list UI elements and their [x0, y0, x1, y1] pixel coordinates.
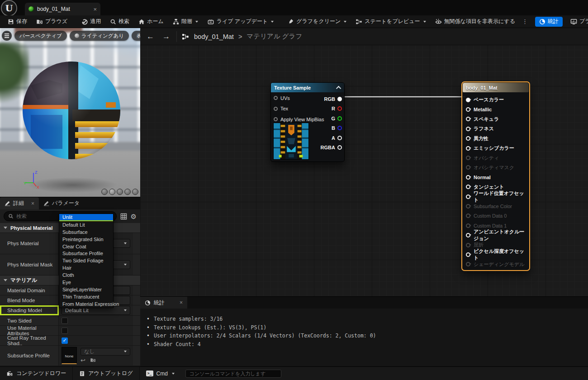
lit-mode-button[interactable]: ライティングあり — [70, 31, 129, 41]
stats-button[interactable]: 統計 — [535, 17, 563, 27]
cmd-selector[interactable]: >_ Cmd — [140, 367, 181, 380]
asset-tab[interactable]: body_01_Mat × — [25, 3, 100, 15]
texture-sample-node[interactable]: Texture Sample UVs Tex Apply View MipBia… — [270, 82, 345, 162]
platform-stats-button[interactable]: プラットフォームの統計 — [566, 16, 588, 27]
pin-g[interactable]: G — [321, 114, 342, 124]
preview-shape-plane[interactable] — [117, 189, 123, 195]
pin-base-color[interactable]: ベースカラー — [462, 95, 529, 104]
dropdown-item-singlelayerwater[interactable]: SingleLayerWater — [59, 286, 113, 293]
hierarchy-button[interactable]: 階層 — [169, 16, 202, 27]
input-pin-icon[interactable] — [466, 185, 470, 189]
save-button[interactable]: 保存 — [4, 16, 31, 27]
pin-b[interactable]: B — [321, 124, 342, 133]
dropdown-item-default-lit[interactable]: Default Lit — [59, 221, 113, 228]
texture-sample-header[interactable]: Texture Sample — [271, 83, 344, 92]
pin-rgb[interactable]: RGB — [321, 94, 342, 104]
pin-rgba[interactable]: RGBA — [321, 143, 342, 153]
input-pin-icon[interactable] — [274, 117, 278, 121]
material-preview-sphere[interactable] — [22, 61, 121, 160]
browse-button[interactable]: ブラウズ — [32, 16, 71, 27]
cast-ray-traced-checkbox[interactable]: ✓ — [62, 337, 68, 344]
content-drawer-button[interactable]: コンテンツドロワー — [0, 367, 73, 380]
input-pin-icon[interactable] — [466, 117, 470, 121]
pin-r[interactable]: R — [321, 104, 342, 114]
wire-rgb-to-basecolor[interactable] — [342, 96, 465, 97]
dropdown-item-preintegrated-skin[interactable]: Preintegrated Skin — [59, 236, 113, 243]
settings-gear-icon[interactable]: ⚙ — [131, 213, 137, 220]
pin-a[interactable]: A — [321, 133, 342, 143]
use-material-attributes-checkbox[interactable] — [62, 328, 68, 334]
output-pin-icon[interactable] — [337, 126, 342, 130]
hide-unrelated-button[interactable]: 無関係な項目を非表示にする — [431, 16, 519, 27]
input-pin-icon[interactable] — [466, 98, 470, 102]
output-pin-icon[interactable] — [337, 106, 342, 111]
output-log-button[interactable]: アウトプットログ — [73, 367, 139, 380]
dropdown-item-cloth[interactable]: Cloth — [59, 271, 113, 279]
output-pin-icon[interactable] — [337, 116, 342, 121]
collapse-node-icon[interactable] — [336, 86, 341, 90]
subsurface-profile-combobox[interactable]: なし — [81, 348, 130, 356]
pin-anisotropy[interactable]: 異方性 — [462, 134, 529, 143]
dropdown-item-clear-coat[interactable]: Clear Coat — [59, 243, 113, 250]
dropdown-item-subsurface[interactable]: Subsurface — [59, 228, 113, 236]
unreal-logo-icon[interactable]: U — [1, 0, 17, 16]
apply-button[interactable]: 適用 — [77, 16, 105, 27]
subsurface-profile-thumbnail[interactable]: None — [62, 347, 77, 364]
input-pin-icon[interactable] — [466, 127, 470, 131]
preview-state-button[interactable]: ステートをプレビュー — [351, 16, 430, 27]
pin-pixel-depth-offset[interactable]: ピクセル深度オフセット — [462, 250, 529, 259]
display-filter-icon[interactable] — [120, 213, 127, 220]
input-pin-icon[interactable] — [466, 136, 470, 141]
stats-tab[interactable]: 統計 × — [140, 297, 187, 309]
back-icon[interactable]: ← — [145, 32, 156, 41]
tab-details[interactable]: 詳細 × — [0, 197, 39, 209]
dropdown-item-hair[interactable]: Hair — [59, 264, 113, 271]
input-pin-icon[interactable] — [466, 175, 470, 180]
stats-tab-close-icon[interactable]: × — [180, 299, 183, 306]
pin-world-position-offset[interactable]: ワールド位置オフセット — [462, 192, 529, 201]
dropdown-item-from-material-expression[interactable]: From Material Expression — [59, 300, 113, 308]
breadcrumb-asset[interactable]: body_01_Mat — [194, 33, 234, 40]
live-update-button[interactable]: ライブ アップデート — [203, 16, 278, 27]
input-pin-icon[interactable] — [466, 146, 470, 151]
tab-close-icon[interactable]: × — [93, 6, 97, 13]
input-pin-icon[interactable] — [466, 107, 470, 112]
details-tab-close-icon[interactable]: × — [31, 200, 34, 207]
material-result-node[interactable]: body_01_Mat ベースカラー Metallic スペキュラ ラフネス 異… — [461, 81, 530, 271]
tab-parameters[interactable]: パラメータ — [39, 197, 84, 209]
preview-shape-cube[interactable] — [124, 189, 131, 195]
input-pin-icon[interactable] — [466, 195, 470, 199]
preview-shape-cylinder[interactable] — [101, 189, 108, 195]
input-pin-icon[interactable] — [274, 107, 278, 111]
preview-viewport[interactable]: パースペクティブ ライティングあり 表示 Profil Z Y X — [0, 28, 140, 197]
pin-metallic[interactable]: Metallic — [462, 104, 529, 114]
preview-shape-mesh[interactable] — [132, 189, 138, 195]
console-command-input[interactable] — [185, 370, 281, 378]
search-button[interactable]: 検索 — [106, 16, 133, 27]
home-button[interactable]: ホーム — [134, 16, 168, 27]
pin-normal[interactable]: Normal — [462, 172, 529, 182]
output-pin-icon[interactable] — [337, 136, 342, 140]
show-button[interactable]: 表示 — [132, 31, 140, 41]
dropdown-item-two-sided-foliage[interactable]: Two Sided Foliage — [59, 257, 113, 264]
preview-shape-sphere[interactable] — [109, 189, 115, 195]
perspective-button[interactable]: パースペクティブ — [14, 31, 67, 41]
use-selected-asset-icon[interactable]: ↩ — [81, 357, 85, 364]
viewport-menu-icon[interactable] — [2, 31, 12, 41]
input-pin-icon[interactable] — [466, 233, 470, 238]
dropdown-item-thin-translucent[interactable]: Thin Translucent — [59, 293, 113, 300]
input-pin-icon[interactable] — [466, 252, 470, 257]
output-pin-icon[interactable] — [337, 145, 342, 150]
clean-graph-button[interactable]: グラフをクリーン — [283, 16, 351, 27]
pin-emissive-color[interactable]: エミッシブカラー — [462, 143, 529, 153]
output-pin-icon[interactable] — [337, 97, 342, 101]
dropdown-item-eye[interactable]: Eye — [59, 279, 113, 286]
browse-to-asset-icon[interactable] — [90, 357, 96, 363]
two-sided-checkbox[interactable] — [62, 318, 68, 324]
input-pin-icon[interactable] — [274, 96, 278, 100]
more-options-icon[interactable]: ⋮ — [520, 18, 530, 25]
dropdown-item-subsurface-profile[interactable]: Subsurface Profile — [59, 250, 113, 257]
pin-ambient-occlusion[interactable]: アンビエントオクルージョン — [462, 230, 529, 240]
pin-roughness[interactable]: ラフネス — [462, 124, 529, 133]
dropdown-item-unlit[interactable]: Unlit — [59, 214, 113, 221]
